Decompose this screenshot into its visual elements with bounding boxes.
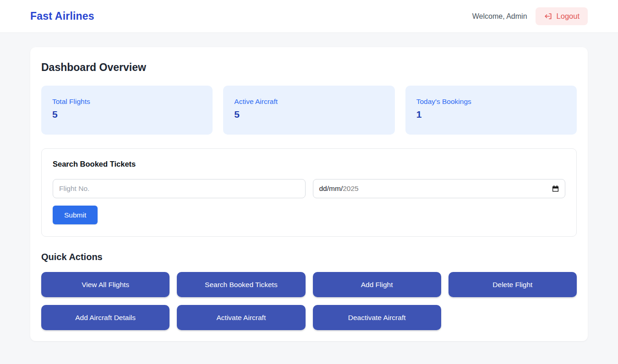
stat-label: Today's Bookings [416, 98, 566, 106]
date-year-segment[interactable]: 2025 [343, 185, 358, 193]
action-activate-aircraft[interactable]: Activate Aircraft [177, 305, 305, 330]
action-add-flight[interactable]: Add Flight [313, 272, 441, 297]
stat-card-todays-bookings: Today's Bookings 1 [405, 86, 577, 135]
stat-label: Total Flights [52, 98, 202, 106]
action-delete-flight[interactable]: Delete Flight [448, 272, 577, 297]
welcome-text: Welcome, Admin [472, 12, 527, 21]
logout-button[interactable]: Logout [536, 7, 588, 25]
stat-card-active-aircraft: Active Aircraft 5 [223, 86, 394, 135]
submit-button[interactable]: Submit [53, 206, 98, 224]
stats-row: Total Flights 5 Active Aircraft 5 Today'… [41, 86, 577, 135]
stat-value: 5 [52, 109, 202, 120]
action-search-booked-tickets[interactable]: Search Booked Tickets [177, 272, 305, 297]
search-panel-title: Search Booked Tickets [53, 160, 565, 168]
action-view-all-flights[interactable]: View All Flights [41, 272, 170, 297]
quick-actions-title: Quick Actions [41, 252, 577, 262]
stat-label: Active Aircraft [234, 98, 383, 106]
stat-card-total-flights: Total Flights 5 [41, 86, 213, 135]
date-month-segment[interactable]: mm [329, 185, 341, 193]
search-booked-tickets-panel: Search Booked Tickets dd/mm/2025 Submit [41, 148, 577, 237]
flight-no-input[interactable] [53, 179, 306, 198]
header-right: Welcome, Admin Logout [472, 7, 588, 25]
stat-value: 5 [234, 109, 383, 120]
action-add-aircraft-details[interactable]: Add Aircraft Details [41, 305, 170, 330]
logout-icon [544, 12, 552, 21]
search-inputs-row: dd/mm/2025 [53, 179, 565, 198]
brand-title: Fast Airlines [30, 10, 94, 22]
travel-date-input[interactable]: dd/mm/2025 [313, 179, 566, 198]
stat-value: 1 [416, 109, 566, 120]
page-title: Dashboard Overview [41, 61, 577, 74]
date-day-segment[interactable]: dd [319, 185, 327, 193]
app-header: Fast Airlines Welcome, Admin Logout [0, 0, 618, 33]
calendar-icon[interactable] [552, 185, 559, 192]
dashboard-card: Dashboard Overview Total Flights 5 Activ… [30, 47, 588, 341]
logout-label: Logout [557, 12, 580, 21]
quick-actions-grid: View All Flights Search Booked Tickets A… [41, 272, 577, 330]
action-deactivate-aircraft[interactable]: Deactivate Aircraft [313, 305, 441, 330]
